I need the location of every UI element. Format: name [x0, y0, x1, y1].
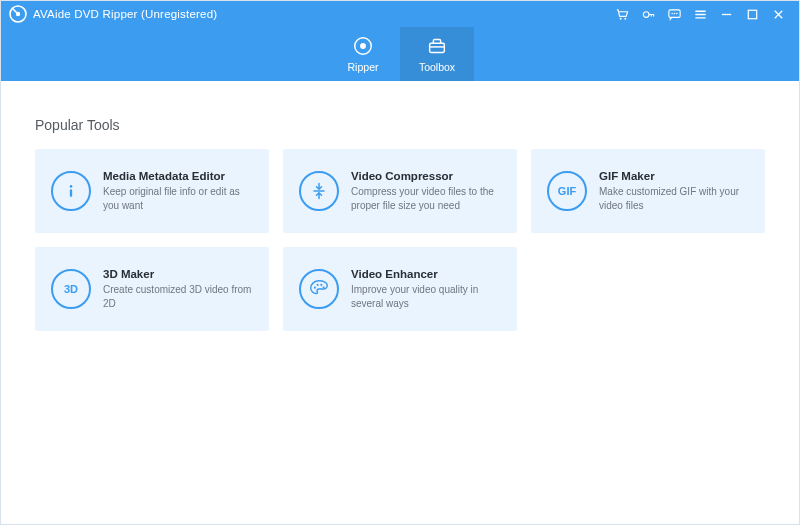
svg-point-17 — [314, 287, 316, 289]
toolbox-icon — [426, 35, 448, 57]
tab-ripper[interactable]: Ripper — [326, 27, 400, 81]
close-button[interactable] — [765, 1, 791, 27]
key-icon[interactable] — [635, 1, 661, 27]
tools-grid: Media Metadata Editor Keep original file… — [35, 149, 765, 331]
tab-toolbox-label: Toolbox — [419, 61, 455, 73]
tool-title: Media Metadata Editor — [103, 170, 253, 182]
feedback-icon[interactable] — [661, 1, 687, 27]
palette-icon — [299, 269, 339, 309]
info-icon — [51, 171, 91, 211]
tool-title: Video Compressor — [351, 170, 501, 182]
svg-point-11 — [360, 43, 366, 49]
content-area: Popular Tools Media Metadata Editor Keep… — [1, 81, 799, 524]
svg-point-13 — [70, 185, 73, 188]
tool-card-3d[interactable]: 3D 3D Maker Create customized 3D video f… — [35, 247, 269, 331]
svg-point-19 — [320, 284, 322, 286]
app-title: AVAide DVD Ripper (Unregistered) — [33, 8, 217, 20]
tool-desc: Make customized GIF with your video file… — [599, 185, 749, 212]
tool-card-compressor[interactable]: Video Compressor Compress your video fil… — [283, 149, 517, 233]
svg-text:3D: 3D — [64, 283, 78, 295]
menu-icon[interactable] — [687, 1, 713, 27]
svg-point-4 — [643, 11, 649, 17]
svg-point-6 — [671, 12, 673, 14]
tool-card-metadata[interactable]: Media Metadata Editor Keep original file… — [35, 149, 269, 233]
app-window: AVAide DVD Ripper (Unregistered) — [0, 0, 800, 525]
tool-desc: Improve your video quality in several wa… — [351, 283, 501, 310]
tool-title: GIF Maker — [599, 170, 749, 182]
tab-ripper-label: Ripper — [348, 61, 379, 73]
tool-title: 3D Maker — [103, 268, 253, 280]
svg-point-18 — [317, 284, 319, 286]
svg-rect-9 — [748, 10, 756, 18]
cart-icon[interactable] — [609, 1, 635, 27]
tool-desc: Compress your video files to the proper … — [351, 185, 501, 212]
maximize-button[interactable] — [739, 1, 765, 27]
tool-desc: Create customized 3D video from 2D — [103, 283, 253, 310]
svg-point-20 — [323, 286, 325, 288]
tool-desc: Keep original file info or edit as you w… — [103, 185, 253, 212]
titlebar: AVAide DVD Ripper (Unregistered) — [1, 1, 799, 27]
svg-point-3 — [624, 17, 626, 19]
compress-icon — [299, 171, 339, 211]
tool-card-enhancer[interactable]: Video Enhancer Improve your video qualit… — [283, 247, 517, 331]
nav-tabs: Ripper Toolbox — [1, 27, 799, 81]
tool-title: Video Enhancer — [351, 268, 501, 280]
section-heading: Popular Tools — [35, 117, 765, 133]
svg-rect-14 — [70, 189, 72, 197]
threed-icon: 3D — [51, 269, 91, 309]
app-logo-icon — [9, 5, 27, 23]
minimize-button[interactable] — [713, 1, 739, 27]
svg-point-2 — [619, 17, 621, 19]
tool-card-gif[interactable]: GIF GIF Maker Make customized GIF with y… — [531, 149, 765, 233]
svg-rect-12 — [430, 43, 445, 52]
svg-point-7 — [673, 12, 675, 14]
svg-point-8 — [676, 12, 678, 14]
svg-text:GIF: GIF — [558, 185, 577, 197]
gif-icon: GIF — [547, 171, 587, 211]
tab-toolbox[interactable]: Toolbox — [400, 27, 474, 81]
target-icon — [352, 35, 374, 57]
